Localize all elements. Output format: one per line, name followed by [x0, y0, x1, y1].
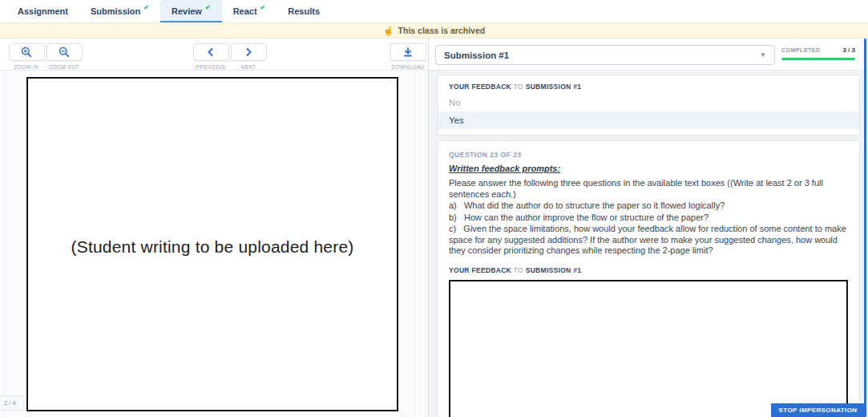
document-viewer-panel: ZOOM IN ZOOM OUT — [0, 38, 429, 417]
zoom-out-button[interactable] — [46, 43, 83, 61]
tab-label: React — [233, 6, 257, 16]
tab-label: Submission — [91, 6, 140, 16]
next-page-button[interactable] — [231, 43, 267, 61]
completed-count: 3 / 3 — [842, 47, 855, 54]
check-icon: ✔ — [260, 4, 266, 11]
check-icon: ✔ — [143, 4, 149, 11]
option-yes-selected[interactable]: Yes — [438, 111, 859, 129]
completed-label: COMPLETED — [781, 47, 820, 53]
tab-label: Results — [288, 6, 320, 16]
submission-dropdown[interactable]: Submission #1 ▼ — [435, 45, 775, 65]
zoom-out-label: ZOOM OUT — [49, 64, 79, 70]
tab-label: Review — [172, 6, 202, 16]
chevron-right-icon — [244, 47, 253, 57]
download-button[interactable] — [390, 43, 426, 61]
document-page: (Student writing to be uploaded here) — [26, 77, 398, 411]
document-page-text: (Student writing to be uploaded here) — [28, 237, 397, 257]
tab-react[interactable]: React ✔ — [222, 0, 277, 22]
download-button-group: DOWNLOAD — [390, 43, 426, 70]
review-panel-header: Submission #1 ▼ COMPLETED 3 / 3 — [429, 38, 868, 71]
document-scrollbar[interactable] — [0, 71, 6, 417]
feedback-label: YOUR FEEDBACK TO SUBMISSION #1 — [438, 83, 859, 91]
review-panel: Submission #1 ▼ COMPLETED 3 / 3 YOUR FEE… — [429, 38, 868, 417]
tab-review[interactable]: Review ✔ — [160, 0, 222, 22]
zoom-in-icon — [21, 47, 32, 58]
previous-page-button[interactable] — [193, 43, 229, 61]
chevron-left-icon — [206, 47, 216, 57]
zoom-in-label: ZOOM IN — [14, 64, 39, 70]
viewer-toolbar: ZOOM IN ZOOM OUT — [0, 38, 428, 71]
zoom-in-button[interactable] — [9, 43, 45, 61]
completion-progress: COMPLETED 3 / 3 — [781, 47, 855, 60]
download-icon — [402, 47, 414, 58]
review-scroll-area[interactable]: YOUR FEEDBACK TO SUBMISSION #1 No Yes QU… — [429, 71, 868, 417]
option-no[interactable]: No — [438, 94, 859, 111]
feedback-label: YOUR FEEDBACK TO SUBMISSION #1 — [449, 266, 848, 274]
feedback-label-prefix: YOUR FEEDBACK — [449, 266, 511, 274]
feedback-label-target: SUBMISSION #1 — [526, 266, 582, 274]
document-scrollbar-track — [414, 71, 415, 417]
next-label: NEXT — [241, 64, 256, 70]
feedback-label-connector: TO — [514, 266, 523, 274]
page-nav-button-group: PREVIOUS NEXT — [192, 43, 267, 70]
question-title: Written feedback prompts: — [449, 164, 848, 173]
download-label: DOWNLOAD — [391, 64, 424, 70]
question-prompt-b: b) How can the author improve the flow o… — [449, 213, 848, 224]
tab-results[interactable]: Results — [277, 0, 331, 22]
progress-bar — [781, 58, 855, 60]
question-number: QUESTION 23 OF 23 — [449, 151, 848, 159]
archived-banner: ☝️ This class is archived — [0, 22, 868, 38]
written-question-card: QUESTION 23 OF 23 Written feedback promp… — [437, 140, 860, 417]
archived-banner-text: This class is archived — [398, 26, 486, 35]
rating-question-card: YOUR FEEDBACK TO SUBMISSION #1 No Yes — [437, 75, 860, 136]
chevron-down-icon: ▼ — [760, 51, 766, 59]
stop-impersonation-button[interactable]: STOP IMPERSONATION — [771, 403, 865, 417]
feedback-label-connector: TO — [514, 83, 523, 91]
document-scroll-area[interactable]: (Student writing to be uploaded here) 2 … — [0, 71, 428, 417]
tab-assignment[interactable]: Assignment — [6, 0, 79, 22]
submission-dropdown-value: Submission #1 — [444, 51, 509, 60]
check-icon: ✔ — [205, 4, 211, 11]
feedback-label-prefix: YOUR FEEDBACK — [449, 83, 511, 91]
tab-submission[interactable]: Submission ✔ — [79, 0, 160, 22]
question-prompt-c: c) Given the space limitations, how woul… — [449, 224, 848, 257]
pointing-hand-icon: ☝️ — [383, 26, 394, 36]
question-intro: Please answer the following three questi… — [449, 178, 848, 200]
question-prompt-a: a) What did the author do to structure t… — [449, 200, 848, 212]
page-indicator: 2 / 4 — [0, 395, 24, 411]
panel-scrollbar[interactable] — [864, 38, 866, 417]
zoom-out-icon — [59, 47, 70, 58]
tab-label: Assignment — [18, 6, 68, 16]
feedback-label-target: SUBMISSION #1 — [526, 83, 582, 91]
feedback-answer-textarea[interactable] — [449, 280, 848, 417]
previous-label: PREVIOUS — [196, 64, 226, 70]
zoom-button-group: ZOOM IN ZOOM OUT — [8, 43, 83, 70]
top-nav: Assignment Submission ✔ Review ✔ React ✔… — [0, 0, 868, 22]
